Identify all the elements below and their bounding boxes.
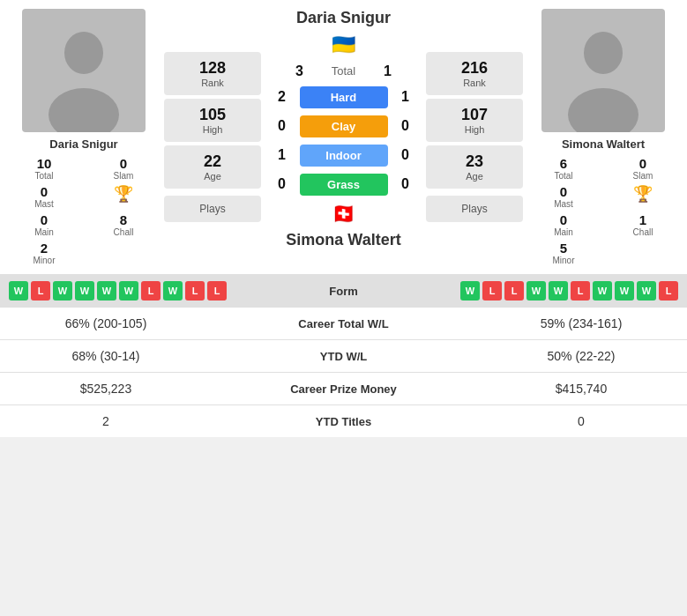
player2-grass-score: 0 — [397, 176, 414, 192]
total-label: Total — [317, 64, 370, 78]
player2-center-name: Simona Waltert — [286, 231, 400, 250]
grass-surface-btn[interactable]: Grass — [300, 174, 388, 196]
player1-card: Daria Snigur 10 Total 0 Slam 0 Mast 🏆 — [9, 9, 159, 265]
player1-main-cell: 0 Main — [9, 212, 79, 237]
hard-surface-btn[interactable]: Hard — [300, 86, 388, 108]
clay-surface-btn[interactable]: Clay — [300, 115, 388, 137]
stats-row-right-3: 0 — [493, 414, 669, 428]
form-badge: W — [53, 281, 72, 301]
player2-total-label: Total — [554, 171, 572, 181]
indoor-surface-btn[interactable]: Indoor — [300, 145, 388, 167]
stats-row: $525,223 Career Prize Money $415,740 — [0, 373, 687, 405]
form-badge: W — [593, 281, 612, 301]
player1-clay-score: 0 — [273, 118, 291, 134]
player2-name: Simona Waltert — [562, 137, 645, 151]
player2-rank-box: 216 Rank — [426, 52, 523, 95]
player1-chall-label: Chall — [114, 227, 134, 237]
player1-rank-label: Rank — [173, 78, 252, 88]
main-container: Daria Snigur 10 Total 0 Slam 0 Mast 🏆 — [0, 0, 687, 437]
player2-mast-value: 0 — [560, 184, 567, 199]
player1-middle-stats: 128 Rank 105 High 22 Age Plays — [164, 9, 261, 265]
player1-hard-score: 2 — [273, 89, 291, 105]
player2-minor-label: Minor — [552, 256, 574, 265]
form-badge: L — [504, 281, 524, 301]
player2-trophy-icon: 🏆 — [633, 184, 653, 204]
match-center: Daria Snigur 🇺🇦 3 Total 1 2 Hard 1 0 Cla… — [266, 9, 421, 265]
stats-table: 66% (200-105) Career Total W/L 59% (234-… — [0, 308, 687, 437]
form-badge: L — [31, 281, 50, 301]
stats-row-left-1: 68% (30-14) — [18, 349, 194, 363]
player1-high-value: 105 — [173, 106, 252, 124]
player1-flag: 🇺🇦 — [332, 33, 355, 56]
player2-age-value: 23 — [435, 152, 514, 171]
player2-plays-label: Plays — [435, 203, 514, 215]
player2-card: Simona Waltert 6 Total 0 Slam 0 Mast 🏆 — [528, 9, 678, 265]
player1-main-label: Main — [34, 227, 54, 237]
player1-avatar — [22, 9, 146, 132]
player2-main-value: 0 — [560, 212, 567, 227]
player1-grass-score: 0 — [273, 176, 291, 192]
player2-chall-value: 1 — [639, 212, 646, 227]
form-badge: L — [185, 281, 205, 301]
player2-mast-cell: 0 Mast — [528, 184, 599, 209]
stats-row: 68% (30-14) YTD W/L 50% (22-22) — [0, 340, 687, 373]
svg-point-3 — [568, 88, 638, 132]
player1-plays-box: Plays — [164, 196, 261, 222]
hard-score-row: 2 Hard 1 — [270, 86, 417, 108]
player2-indoor-score: 0 — [397, 147, 414, 163]
player2-flag: 🇨🇭 — [332, 203, 355, 226]
player1-mast-label: Mast — [34, 199, 54, 209]
player1-slam-cell: 0 Slam — [88, 156, 159, 181]
player1-slam-label: Slam — [114, 171, 134, 181]
player1-age-box: 22 Age — [164, 145, 261, 189]
player1-high-box: 105 High — [164, 99, 261, 142]
player1-total-value: 10 — [37, 156, 52, 171]
player2-mast-label: Mast — [554, 199, 573, 209]
stats-row-right-2: $415,740 — [493, 382, 669, 396]
player1-rank-value: 128 — [173, 59, 252, 78]
player2-main-cell: 0 Main — [528, 212, 599, 237]
stats-row-label-2: Career Prize Money — [194, 382, 493, 396]
player2-rank-label: Rank — [435, 78, 514, 88]
stats-row-label-3: YTD Titles — [194, 415, 493, 428]
player1-name: Daria Snigur — [49, 137, 117, 151]
player1-minor-cell: 2 Minor — [9, 241, 79, 265]
player1-slam-value: 0 — [120, 156, 127, 171]
player2-slam-value: 0 — [639, 156, 646, 171]
player1-total-cell: 10 Total — [9, 156, 79, 181]
player2-clay-score: 0 — [397, 118, 414, 134]
player1-stats: 10 Total 0 Slam 0 Mast 🏆 0 Main — [9, 156, 159, 265]
form-badge: W — [460, 281, 480, 301]
player2-hard-score: 1 — [397, 89, 414, 105]
player1-chall-cell: 8 Chall — [88, 212, 159, 237]
player2-form-group: WLLWWLWWWL — [460, 281, 678, 301]
player2-total-cell: 6 Total — [528, 156, 599, 181]
form-badge: W — [163, 281, 183, 301]
player2-avatar — [541, 9, 665, 132]
player1-minor-value: 2 — [41, 241, 48, 256]
player2-high-label: High — [435, 124, 514, 135]
stats-row-left-2: $525,223 — [18, 382, 194, 396]
player2-slam-label: Slam — [633, 171, 653, 181]
form-badge: L — [571, 281, 590, 301]
form-badge: L — [207, 281, 227, 301]
player2-trophy-cell: 🏆 — [608, 184, 678, 209]
player1-trophy-icon: 🏆 — [114, 184, 133, 204]
player2-age-box: 23 Age — [426, 145, 523, 189]
stats-row-left-3: 2 — [18, 414, 194, 428]
player2-rank-value: 216 — [435, 59, 514, 78]
player2-total-value: 6 — [560, 156, 567, 171]
clay-score-row: 0 Clay 0 — [270, 115, 417, 137]
player1-total-score: 3 — [291, 63, 309, 79]
form-badge: W — [75, 281, 94, 301]
player2-age-label: Age — [435, 171, 514, 182]
svg-point-1 — [49, 88, 119, 132]
player1-indoor-score: 1 — [273, 147, 291, 163]
player1-rank-box: 128 Rank — [164, 52, 261, 95]
player1-plays-label: Plays — [173, 203, 252, 215]
player1-minor-label: Minor — [33, 256, 55, 265]
player2-chall-label: Chall — [633, 227, 653, 237]
player1-total-label: Total — [34, 171, 53, 181]
player2-chall-cell: 1 Chall — [608, 212, 678, 237]
player2-plays-box: Plays — [426, 196, 523, 222]
